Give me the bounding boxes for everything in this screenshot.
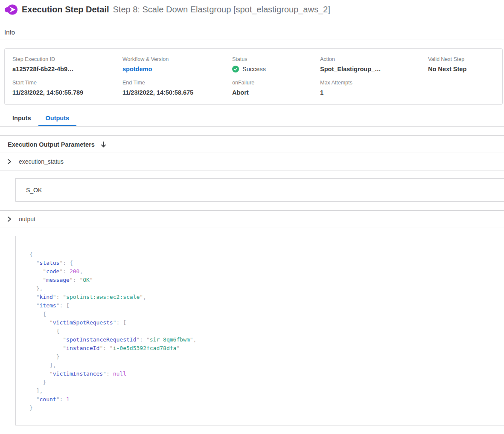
field-label: Valid Next Step (428, 56, 502, 62)
info-field-action: Action Spot_Elastigroup_… (320, 56, 428, 72)
output-json-code: { "status": { "code": 200, "message": "O… (29, 250, 504, 412)
app-header: Execution Step Detail Step 8: Scale Down… (0, 0, 504, 19)
field-label: Max Attempts (320, 80, 428, 86)
collapse-all-icon[interactable] (100, 141, 107, 148)
info-field-workflow-version: Workflow & Version spotdemo (122, 56, 232, 72)
divider (0, 170, 504, 171)
info-field-start-time: Start Time 11/23/2022, 14:50:55.789 (12, 80, 122, 96)
success-check-icon (232, 66, 239, 72)
page-subtitle: Step 8: Scale Down Elastgroup [spot_elas… (113, 5, 330, 14)
field-label: onFailure (232, 80, 320, 86)
field-value: 11/23/2022, 14:50:58.675 (122, 89, 232, 96)
param-name: output (19, 216, 35, 223)
tab-outputs[interactable]: Outputs (38, 111, 77, 126)
field-value: 11/23/2022, 14:50:55.789 (12, 89, 122, 96)
field-value: 1 (320, 89, 428, 96)
divider (0, 228, 504, 228)
page-title: Execution Step Detail (22, 5, 109, 14)
info-field-valid-next-step: Valid Next Step No Next Step (428, 56, 502, 72)
field-label: Status (232, 56, 320, 62)
field-label: End Time (122, 80, 232, 86)
info-field-status: Status Success (232, 56, 320, 72)
tab-inputs[interactable]: Inputs (5, 111, 38, 126)
field-label: Step Execution ID (12, 56, 122, 62)
status-text: Success (242, 66, 266, 72)
field-label: Action (320, 56, 428, 62)
chevron-right-icon (7, 216, 12, 222)
execution-status-value: S_OK (26, 187, 42, 194)
output-json-box: { "status": { "code": 200, "message": "O… (15, 236, 504, 425)
resolve-logo-icon (4, 3, 17, 16)
workflow-link[interactable]: spotdemo (122, 66, 232, 72)
info-section-label: Info (4, 29, 504, 36)
chevron-right-icon (7, 159, 12, 165)
divider (0, 40, 504, 40)
info-field-end-time: End Time 11/23/2022, 14:50:58.675 (122, 80, 232, 96)
field-label: Workflow & Version (122, 56, 232, 62)
param-row-execution-status[interactable]: execution_status (0, 153, 504, 170)
param-name: execution_status (19, 158, 64, 165)
param-row-output[interactable]: output (0, 211, 504, 228)
tab-bar: Inputs Outputs (0, 111, 504, 127)
execution-status-value-box: S_OK (15, 178, 504, 202)
field-value: Abort (232, 89, 320, 96)
field-value: a125728f-6b22-4b9… (12, 66, 122, 72)
outputs-section-title: Execution Output Parameters (8, 141, 95, 148)
info-field-onfailure: onFailure Abort (232, 80, 320, 96)
outputs-section-header: Execution Output Parameters (0, 136, 504, 153)
info-field-max-attempts: Max Attempts 1 (320, 80, 428, 96)
field-label: Start Time (12, 80, 122, 86)
info-card: Step Execution ID a125728f-6b22-4b9… Wor… (4, 48, 503, 105)
info-field-step-execution-id: Step Execution ID a125728f-6b22-4b9… (12, 56, 122, 72)
field-value: Spot_Elastigroup_… (320, 66, 428, 72)
field-value: No Next Step (428, 66, 502, 72)
